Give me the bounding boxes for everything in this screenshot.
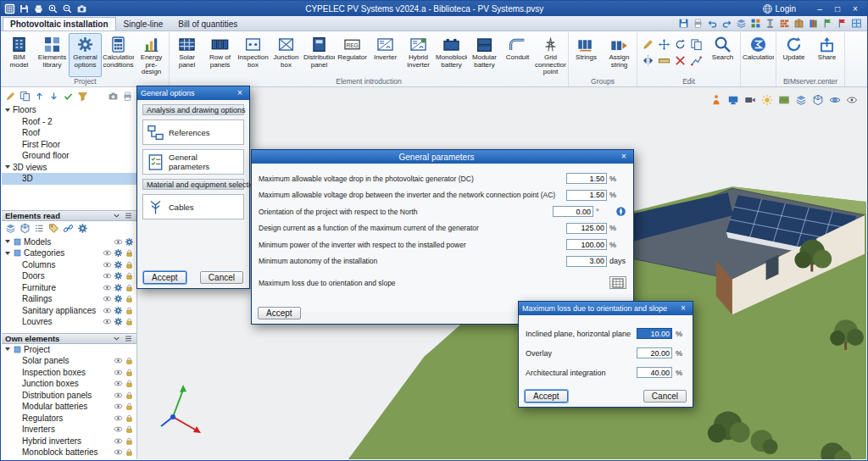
lock-icon[interactable] — [125, 260, 134, 269]
ribbon-calculation-button[interactable]: Calculation — [742, 33, 775, 77]
lock-icon[interactable] — [125, 391, 134, 400]
eye-icon[interactable] — [103, 317, 112, 326]
lock-icon[interactable] — [125, 248, 134, 258]
cancel-button[interactable]: Cancel — [643, 390, 687, 403]
ribbon-regulator-button[interactable]: REGRegulator — [336, 33, 369, 77]
elements-read-header[interactable]: Elements read — [2, 210, 136, 221]
eye-icon[interactable] — [103, 294, 112, 303]
gear-icon[interactable] — [114, 283, 123, 292]
references-button[interactable]: References — [142, 119, 244, 145]
redo-icon[interactable] — [721, 18, 732, 29]
gear-icon[interactable] — [114, 248, 123, 258]
expand-icon[interactable] — [5, 347, 10, 351]
lock-icon[interactable] — [125, 425, 134, 434]
expand-icon[interactable] — [5, 108, 10, 112]
lock-icon[interactable] — [125, 317, 134, 326]
parameter-input[interactable] — [566, 223, 607, 234]
dialog-titlebar[interactable]: Maximum loss due to orientation and slop… — [519, 302, 693, 315]
eye-icon[interactable] — [114, 379, 123, 388]
tree-item-furniture[interactable]: Furniture — [2, 282, 136, 294]
lock-icon[interactable] — [125, 368, 134, 377]
tree-item-modular-batteries[interactable]: Modular batteries — [2, 401, 136, 413]
tree-item-models[interactable]: Models — [2, 236, 136, 248]
menu-icon[interactable] — [124, 334, 133, 343]
tab-bill-of-quantities[interactable]: Bill of quantities — [170, 17, 245, 31]
close-icon[interactable]: × — [234, 87, 246, 99]
ribbon-share-button[interactable]: Share — [810, 33, 843, 77]
ribbon-bim-model-button[interactable]: BIM model — [3, 33, 36, 77]
ribbon-conduit-button[interactable]: Conduit — [501, 33, 534, 77]
cancel-button[interactable]: Cancel — [200, 271, 243, 284]
filter-icon[interactable] — [77, 91, 88, 102]
ribbon-strings-button[interactable]: Strings — [570, 33, 603, 77]
tree-item-solar-panels[interactable]: Solar panels — [2, 355, 136, 367]
pencil-icon[interactable] — [641, 37, 655, 52]
polyline-icon[interactable] — [689, 53, 704, 68]
lock-icon[interactable] — [125, 379, 134, 388]
ribbon-distribution-panel-button[interactable]: Distribution panel — [303, 33, 336, 77]
maximize-button[interactable]: □ — [829, 3, 846, 14]
cube-icon[interactable] — [19, 223, 31, 234]
camera-w-icon[interactable] — [76, 3, 87, 14]
lock-icon[interactable] — [125, 306, 134, 315]
ribbon-hybrid-inverter-button[interactable]: Hybrid inverter — [402, 33, 435, 77]
parameter-input[interactable] — [566, 256, 607, 267]
gear-icon[interactable] — [114, 317, 123, 326]
undo-icon[interactable] — [707, 18, 718, 29]
tree-item-inverters[interactable]: Inverters — [2, 424, 136, 436]
tree-item-ground-floor[interactable]: Ground floor — [2, 150, 136, 162]
tree-item-floors[interactable]: Floors — [2, 104, 136, 116]
tree-item-roof[interactable]: Roof — [2, 127, 136, 139]
tab-photovoltaic-installation[interactable]: Photovoltaic installation — [3, 17, 116, 31]
eye-icon[interactable] — [103, 271, 112, 280]
arrow-up-icon[interactable] — [34, 91, 45, 102]
package-icon[interactable] — [793, 18, 804, 29]
mirror-icon[interactable] — [641, 53, 655, 68]
wall-icon[interactable] — [779, 18, 790, 29]
gear-icon[interactable] — [77, 223, 88, 234]
sun-icon[interactable] — [761, 94, 773, 106]
flag-red-icon[interactable] — [837, 18, 848, 29]
lock-icon[interactable] — [125, 271, 134, 280]
general-parameters-button[interactable]: General parameters — [142, 149, 244, 175]
ribbon-inspection-box-button[interactable]: Inspection box — [236, 33, 270, 77]
lock-icon[interactable] — [125, 447, 134, 457]
minimize-button[interactable]: – — [811, 3, 828, 14]
edit-loss-button[interactable] — [609, 276, 626, 289]
rotate-icon[interactable] — [673, 37, 687, 52]
cables-button[interactable]: Cables — [142, 194, 244, 219]
list-icon[interactable] — [34, 223, 45, 234]
ruler-icon[interactable] — [657, 53, 671, 68]
dialog-titlebar[interactable]: General parameters × — [252, 150, 633, 164]
loss-input-architectural-integration[interactable] — [637, 367, 672, 378]
ribbon-grid-connection-point-button[interactable]: Grid connection point — [534, 33, 567, 77]
lock-icon[interactable] — [125, 283, 134, 292]
eye-icon[interactable] — [114, 414, 123, 423]
tree-item-roof-2[interactable]: Roof - 2 — [2, 116, 136, 128]
accept-button[interactable]: Accept — [525, 390, 568, 403]
pencil-icon[interactable] — [5, 91, 16, 102]
lock-icon[interactable] — [125, 402, 134, 411]
gear-icon[interactable] — [114, 294, 123, 303]
loss-input-inclined-plane-horizontal-plane[interactable] — [637, 328, 672, 339]
arrow-down-icon[interactable] — [48, 91, 59, 102]
layers-icon[interactable] — [795, 94, 807, 106]
app-logo-icon[interactable] — [4, 3, 15, 14]
close-icon[interactable]: × — [677, 303, 689, 314]
eye-icon[interactable] — [103, 306, 112, 315]
books-icon[interactable] — [808, 18, 819, 29]
link-icon[interactable] — [63, 223, 74, 234]
eye-icon[interactable] — [114, 237, 123, 247]
check-icon[interactable] — [63, 91, 74, 102]
loss-input-overlay[interactable] — [637, 347, 672, 358]
ribbon-monoblock-battery-button[interactable]: Monoblock battery — [435, 33, 468, 77]
tree-item-louvres[interactable]: Louvres — [2, 316, 136, 328]
ribbon-search-button[interactable]: Search — [706, 33, 739, 77]
copy-icon[interactable] — [689, 37, 704, 52]
compass-icon[interactable] — [615, 206, 626, 217]
tree-item-columns[interactable]: Columns — [2, 259, 136, 271]
eye-icon[interactable] — [114, 447, 123, 457]
expand-icon[interactable] — [5, 165, 10, 169]
tree-item-sanitary-appliances[interactable]: Sanitary appliances — [2, 305, 136, 317]
lock-icon[interactable] — [125, 414, 134, 423]
